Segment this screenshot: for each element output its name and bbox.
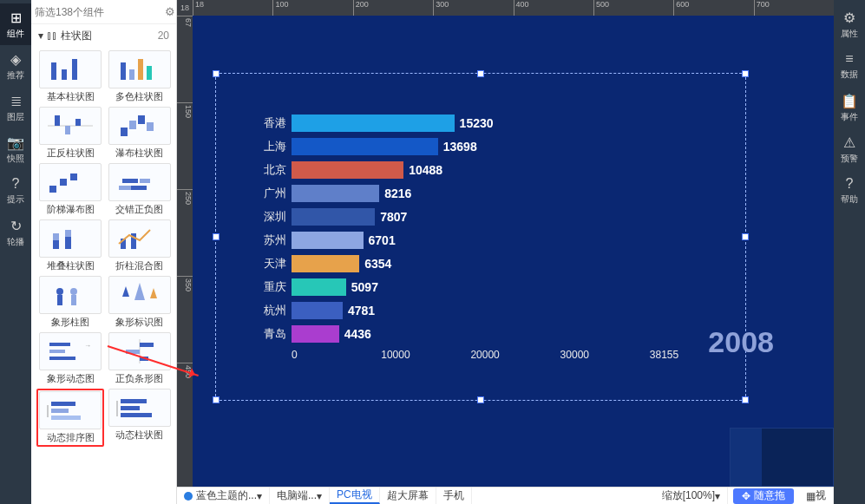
component-label: 阶梯瀑布图 (47, 203, 95, 216)
svg-rect-45 (51, 416, 81, 420)
minimap-viewport[interactable] (731, 429, 762, 486)
device-bigscreen[interactable]: 超大屏幕 (380, 488, 436, 504)
rail-layers[interactable]: ≣ 图层 (0, 87, 31, 128)
svg-rect-8 (55, 115, 60, 126)
rail-properties[interactable]: ⚙ 属性 (834, 3, 865, 45)
chart-category: 广州 (253, 186, 292, 201)
component-象形柱图[interactable]: 象形柱图 (36, 276, 104, 329)
gear-icon: ⚙ (843, 10, 855, 26)
rail-components[interactable]: ⊞ 组件 (0, 3, 31, 45)
theme-label: 蓝色主题的... (196, 488, 257, 503)
svg-rect-5 (138, 59, 143, 80)
device-pctv[interactable]: PC电视 (330, 488, 380, 504)
xaxis-tick: 30000 (560, 349, 650, 361)
chart-category: 青岛 (253, 326, 292, 342)
chart-bar (292, 232, 364, 249)
svg-marker-32 (122, 286, 129, 297)
device-phone[interactable]: 手机 (436, 488, 472, 504)
svg-point-28 (56, 288, 63, 295)
svg-rect-35 (49, 343, 70, 346)
theme-segment[interactable]: 蓝色主题的... ▾ (177, 488, 270, 504)
category-header[interactable]: ▾ ⫿⫿ 柱状图 20 (31, 24, 176, 47)
svg-rect-41 (126, 350, 140, 354)
filter-input[interactable] (35, 6, 165, 18)
rail-recommend[interactable]: ◈ 推荐 (0, 45, 31, 87)
theme-color-dot (184, 492, 193, 501)
component-label: 象形标识图 (115, 316, 163, 329)
xaxis-tick: 20000 (470, 349, 560, 361)
component-正负条形图[interactable]: 正负条形图 (108, 332, 171, 385)
rail-carousel[interactable]: ↻ 轮播 (0, 212, 31, 253)
bar-icon: ⫿⫿ (47, 29, 57, 42)
component-折柱混合图[interactable]: 折柱混合图 (108, 219, 171, 272)
chart-row: 上海13698 (253, 134, 739, 158)
component-thumb (108, 276, 171, 314)
component-阶梯瀑布图[interactable]: 阶梯瀑布图 (36, 163, 104, 216)
svg-rect-16 (60, 179, 67, 186)
component-grid: 基本柱状图多色柱状图正反柱状图瀑布柱状图阶梯瀑布图交错正负图堆叠柱状图折柱混合图… (31, 47, 176, 504)
component-动态柱状图[interactable]: 动态柱状图 (108, 389, 171, 447)
data-icon: ≡ (845, 51, 853, 67)
svg-rect-24 (65, 237, 71, 249)
canvas[interactable]: 香港15230上海13698北京10488广州8216深圳7807苏州6701天… (193, 16, 834, 487)
svg-rect-20 (119, 186, 131, 190)
svg-rect-19 (140, 179, 150, 183)
rail-snapshot[interactable]: 📷 快照 (0, 128, 31, 170)
minimap[interactable] (730, 428, 834, 487)
svg-rect-11 (121, 128, 128, 136)
svg-rect-43 (51, 402, 75, 406)
handle-bl[interactable] (213, 396, 220, 403)
help-icon: ? (12, 176, 20, 192)
svg-rect-25 (65, 230, 71, 237)
component-label: 多色柱状图 (115, 90, 163, 103)
component-交错正负图[interactable]: 交错正负图 (108, 163, 171, 216)
statusbar: 蓝色主题的... ▾ 电脑端... ▾ PC电视 超大屏幕 手机 缩放[100%… (177, 487, 834, 504)
svg-rect-40 (140, 343, 154, 347)
view-segment[interactable]: ▦ 视 (799, 488, 834, 504)
zoom-segment[interactable]: 缩放[100%] ▾ (655, 488, 728, 504)
rail-alert[interactable]: ⚠ 预警 (834, 128, 865, 170)
handle-br[interactable] (742, 396, 749, 403)
chart-value: 10488 (403, 163, 442, 177)
component-label: 基本柱状图 (47, 90, 95, 103)
svg-rect-10 (75, 119, 81, 126)
free-drag-button[interactable]: ✥ 随意拖 (733, 488, 794, 504)
chart-row: 广州8216 (253, 181, 739, 205)
component-动态排序图[interactable]: 动态排序图 (36, 389, 104, 447)
chart-bar (292, 138, 438, 155)
rail-tips[interactable]: ? 提示 (0, 170, 31, 212)
component-thumb (39, 50, 102, 88)
component-正反柱状图[interactable]: 正反柱状图 (36, 107, 104, 160)
svg-rect-36 (49, 350, 65, 353)
layers-icon: ≣ (10, 93, 22, 109)
component-thumb (108, 107, 171, 145)
handle-tl[interactable] (213, 70, 220, 77)
handle-bm[interactable] (477, 396, 484, 403)
dropdown-icon: ▾ (257, 490, 262, 502)
rail-events[interactable]: 📋 事件 (834, 87, 865, 128)
chart-value: 7807 (375, 210, 407, 224)
ruler-vertical: 67150250350450 (177, 16, 193, 487)
component-堆叠柱状图[interactable]: 堆叠柱状图 (36, 219, 104, 272)
component-label: 动态排序图 (47, 431, 95, 444)
svg-rect-14 (147, 122, 154, 131)
handle-tr[interactable] (742, 70, 749, 77)
handle-mr[interactable] (742, 233, 749, 240)
component-瀑布柱状图[interactable]: 瀑布柱状图 (108, 107, 171, 160)
chart-value: 13698 (438, 140, 477, 154)
rail-help[interactable]: ? 帮助 (834, 170, 865, 212)
camera-icon: 📷 (7, 134, 24, 151)
component-象形动态图[interactable]: →象形动态图 (36, 332, 104, 385)
component-多色柱状图[interactable]: 多色柱状图 (108, 50, 171, 103)
gear-icon[interactable]: ⚙ (165, 5, 175, 18)
device-pc[interactable]: 电脑端... ▾ (270, 488, 330, 504)
component-label: 瀑布柱状图 (115, 147, 163, 160)
chart-row: 北京10488 (253, 158, 739, 181)
handle-tm[interactable] (477, 70, 484, 77)
handle-ml[interactable] (213, 233, 220, 240)
component-象形标识图[interactable]: 象形标识图 (108, 276, 171, 329)
category-name: 柱状图 (61, 29, 92, 43)
component-基本柱状图[interactable]: 基本柱状图 (36, 50, 104, 103)
rail-data[interactable]: ≡ 数据 (834, 45, 865, 87)
svg-rect-13 (138, 115, 145, 124)
